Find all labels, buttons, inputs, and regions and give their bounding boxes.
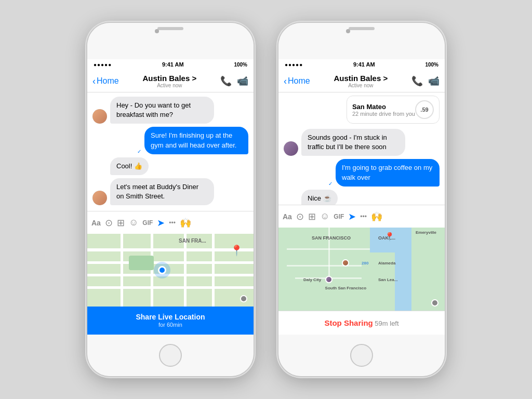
stop-label: Stop Sharing [324, 318, 373, 327]
back-button-1[interactable]: ‹ Home [92, 76, 119, 86]
nav-small-dot-2 [431, 299, 438, 307]
photo-icon-2[interactable]: ⊞ [308, 211, 316, 222]
phone-1: ●●●●● 9:41 AM 100% ‹ Home Austin Bales >… [87, 23, 254, 376]
gif-icon[interactable]: GIF [142, 219, 153, 227]
back-arrow-icon: ‹ [92, 76, 96, 86]
video-icon-1[interactable]: 📹 [237, 75, 248, 87]
user-dot-1 [342, 259, 349, 267]
back-label-1: Home [97, 76, 119, 86]
emoji-icon-2[interactable]: ☺ [320, 211, 329, 222]
bubble-4: Let's meet at Buddy's Diner on Smith Str… [110, 178, 214, 205]
battery-label-2: 100% [425, 62, 438, 68]
location-card[interactable]: San Mateo 22 minute drive from you .59 [347, 96, 440, 124]
nav-right-1[interactable]: 📞 📹 [220, 75, 248, 87]
bubble-1: Hey - Do you want to get breakfast with … [110, 97, 214, 124]
send-icon-2[interactable]: ➤ [348, 211, 356, 222]
battery-label-1: 100% [234, 62, 247, 68]
location-title: San Mateo [352, 103, 415, 111]
nav-bar-2: ‹ Home Austin Bales > Active now 📞 📹 [278, 70, 445, 92]
bubble-3: Cool! 👍 [110, 157, 149, 175]
nav-bar-1: ‹ Home Austin Bales > Active now 📞 📹 [87, 70, 254, 92]
map-label-alameda: Alameda [378, 261, 395, 265]
nav-title-2: Austin Bales > [334, 74, 388, 83]
phone-icon-2[interactable]: 📞 [411, 75, 423, 87]
bubble-2: Sure! I'm finishing up at the gym and wi… [144, 127, 248, 154]
phone-icon-1[interactable]: 📞 [220, 75, 232, 87]
status-right-1: 100% [234, 62, 247, 68]
gif-icon-2[interactable]: GIF [334, 213, 344, 220]
msg-row-1: Hey - Do you want to get breakfast with … [92, 97, 248, 124]
map-area-1: SAN FRA... 📍 [87, 234, 254, 307]
map-area-2: SAN FRANCISCO 280 Daly City South San Fr… [278, 228, 445, 311]
back-label-2: Home [288, 76, 310, 86]
avatar-1b [92, 191, 107, 205]
map-label-sf: SAN FRANCISCO [312, 235, 351, 241]
more-icon-2[interactable]: ••• [360, 213, 367, 220]
map-bg-2: SAN FRANCISCO 280 Daly City South San Fr… [278, 228, 445, 311]
avatar-img-1a [92, 109, 107, 124]
emoji-icon[interactable]: ☺ [129, 217, 138, 228]
nav-subtitle-1: Active now [142, 83, 196, 88]
avatar-img-2a [284, 141, 298, 156]
msg-row-2-3: Nice ☕ [284, 190, 440, 205]
phone-2: ●●●●● 9:41 AM 100% ‹ Home Austin Bales >… [278, 23, 445, 376]
speaker-2 [349, 27, 375, 30]
back-button-2[interactable]: ‹ Home [284, 76, 310, 86]
text-size-icon[interactable]: Aa [91, 219, 101, 227]
location-subtitle: 22 minute drive from you [352, 111, 415, 117]
nav-right-2[interactable]: 📞 📹 [411, 75, 440, 87]
more-icon[interactable]: ••• [169, 219, 176, 227]
read-receipt-2: ✓ [328, 181, 332, 187]
share-sublabel: for 60min [158, 322, 182, 328]
share-label: Share Live Location [136, 313, 205, 322]
msg-row-2-1: Sounds good - I'm stuck in traffic but I… [284, 129, 440, 156]
camera-dot-2 [346, 29, 350, 33]
stop-sharing-button[interactable]: Stop Sharing 59m left [278, 311, 445, 335]
nav-center-2: Austin Bales > Active now [334, 74, 388, 88]
screen-2: ●●●●● 9:41 AM 100% ‹ Home Austin Bales >… [278, 59, 445, 335]
avatar-1a [92, 109, 107, 124]
text-size-icon-2[interactable]: Aa [283, 212, 292, 221]
msg-row-2: Sure! I'm finishing up at the gym and wi… [92, 127, 248, 154]
location-timer: .59 [415, 100, 434, 119]
camera-icon-2[interactable]: ⊙ [296, 211, 304, 222]
stop-time: 59m left [373, 320, 399, 327]
bubble-2-1: Sounds good - I'm stuck in traffic but I… [301, 129, 405, 156]
map-label-daly: Daly City [303, 277, 321, 282]
phone-top-bezel-2 [278, 23, 445, 59]
phone-bottom-bezel-2 [278, 335, 445, 376]
camera-dot [155, 29, 159, 33]
photo-icon[interactable]: ⊞ [117, 217, 125, 229]
status-time-2: 9:41 AM [353, 61, 375, 68]
nav-small-dot [240, 295, 247, 302]
read-receipt-1: ✓ [137, 149, 141, 154]
home-button-2[interactable] [350, 344, 373, 367]
user-dot-2 [325, 276, 332, 283]
screen-1: ●●●●● 9:41 AM 100% ‹ Home Austin Bales >… [87, 59, 254, 335]
send-icon[interactable]: ➤ [157, 217, 165, 229]
status-bar-1: ●●●●● 9:41 AM 100% [87, 59, 254, 70]
map-pin-1: 📍 [230, 244, 243, 257]
map-label-280: 280 [362, 261, 368, 265]
share-location-button[interactable]: Share Live Location for 60min [87, 307, 254, 335]
location-dot-1 [158, 266, 166, 274]
location-card-row: San Mateo 22 minute drive from you .59 [278, 92, 445, 125]
home-button-1[interactable] [159, 344, 182, 367]
wave-icon-2[interactable]: 🙌 [371, 211, 382, 222]
video-icon-2[interactable]: 📹 [428, 75, 440, 87]
toolbar-2: Aa ⊙ ⊞ ☺ GIF ➤ ••• 🙌 [278, 205, 445, 228]
back-arrow-icon-2: ‹ [284, 76, 287, 86]
location-card-inner: San Mateo 22 minute drive from you .59 [347, 96, 439, 123]
signal-dots-2: ●●●●● [285, 62, 303, 68]
messages-area-2: Sounds good - I'm stuck in traffic but I… [278, 125, 445, 205]
bubble-2-3: Nice ☕ [301, 190, 338, 205]
map-label-sanfra: SAN FRA... [179, 238, 206, 244]
speaker [157, 27, 183, 30]
camera-icon[interactable]: ⊙ [105, 217, 113, 229]
wave-icon[interactable]: 🙌 [180, 217, 191, 229]
nav-center-1: Austin Bales > Active now [142, 74, 196, 88]
status-time-1: 9:41 AM [162, 61, 184, 68]
status-bar-2: ●●●●● 9:41 AM 100% [278, 59, 445, 70]
location-info: San Mateo 22 minute drive from you [352, 103, 415, 117]
map-label-sanlea: San Lea... [378, 277, 397, 282]
